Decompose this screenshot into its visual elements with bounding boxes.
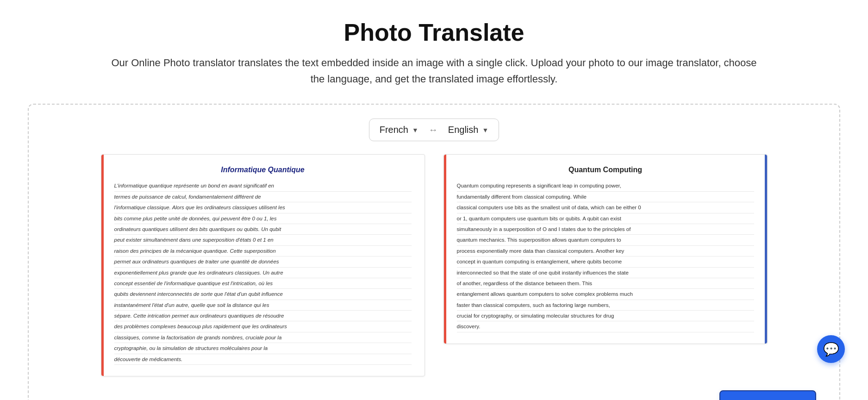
source-doc-line: instantanément l'état d'un autre, quelle… — [114, 300, 412, 311]
right-accent-bar — [765, 155, 767, 343]
source-doc-line: termes de puissance de calcul, fondament… — [114, 192, 412, 202]
translated-document-card: Quantum Computing Quantum computing repr… — [443, 154, 768, 344]
right-left-accent-bar — [444, 155, 446, 343]
source-language-label: French — [380, 125, 408, 135]
translated-doc-line: fundamentally different from classical c… — [457, 192, 754, 202]
source-doc-title: Informatique Quantique — [114, 166, 412, 174]
translated-doc-line: classical computers use bits as the smal… — [457, 202, 754, 213]
source-doc-lines: L'informatique quantique représente un b… — [114, 181, 412, 365]
page-subtitle: Our Online Photo translator translates t… — [110, 55, 758, 87]
language-selector: French ▼ ↔ English ▼ — [369, 119, 500, 141]
source-doc-line: sépare. Cette intrication permet aux ord… — [114, 311, 412, 321]
target-language-label: English — [448, 125, 479, 135]
translated-doc-line: concept in quantum computing is entangle… — [457, 256, 754, 267]
source-doc-line: cryptographie, ou la simulation de struc… — [114, 343, 412, 354]
source-doc-line: ordinateurs quantiques utilisent des bit… — [114, 224, 412, 235]
source-chevron-icon: ▼ — [412, 126, 418, 134]
translated-doc-line: simultaneously in a superposition of O a… — [457, 224, 754, 235]
source-doc-line: qubits deviennent interconnectés de sort… — [114, 289, 412, 300]
source-doc-line: raison des principes de la mécanique qua… — [114, 246, 412, 256]
language-swap-icon[interactable]: ↔ — [429, 125, 438, 135]
source-document-card: Informatique Quantique L'informatique qu… — [101, 154, 425, 376]
source-language-dropdown[interactable]: French ▼ — [378, 122, 420, 138]
source-doc-line: permet aux ordinateurs quantiques de tra… — [114, 256, 412, 267]
translated-doc-line: crucial for cryptography, or simulating … — [457, 311, 754, 321]
source-doc-line: concept essentiel de l'informatique quan… — [114, 278, 412, 289]
source-doc-line: l'informatique classique. Alors que les … — [114, 202, 412, 213]
source-doc-line: des problèmes complexes beaucoup plus ra… — [114, 321, 412, 332]
translated-doc-line: interconnected so that the state of one … — [457, 268, 754, 278]
translated-doc-line: or 1, quantum computers use quantum bits… — [457, 213, 754, 224]
source-doc-line: classiques, comme la factorisation de gr… — [114, 332, 412, 343]
bottom-actions: ↺ Start Again ⬇ Download — [47, 390, 821, 400]
target-chevron-icon: ▼ — [482, 126, 488, 134]
source-doc-line: bits comme plus petite unité de données,… — [114, 213, 412, 224]
language-selector-row: French ▼ ↔ English ▼ — [47, 119, 821, 141]
translated-doc-lines: Quantum computing represents a significa… — [457, 181, 754, 332]
download-button[interactable]: ⬇ Download — [719, 390, 816, 400]
chat-icon: 💬 — [823, 342, 839, 357]
translated-doc-line: process exponentially more data than cla… — [457, 246, 754, 256]
translated-doc-line: discovery. — [457, 321, 754, 332]
documents-row: Informatique Quantique L'informatique qu… — [47, 154, 821, 376]
translated-doc-title: Quantum Computing — [457, 166, 754, 174]
translated-doc-line: entanglement allows quantum computers to… — [457, 289, 754, 300]
translated-doc-line: Quantum computing represents a significa… — [457, 181, 754, 191]
source-doc-line: découverte de médicaments. — [114, 354, 412, 365]
source-doc-line: peut exister simultanément dans une supe… — [114, 235, 412, 245]
translated-doc-line: faster than classical computers, such as… — [457, 300, 754, 311]
chat-fab-button[interactable]: 💬 — [817, 335, 845, 363]
left-accent-bar — [101, 155, 104, 376]
source-doc-line: exponentiellement plus grande que les or… — [114, 268, 412, 278]
translated-doc-line: quantum mechanics. This superposition al… — [457, 235, 754, 245]
main-container: French ▼ ↔ English ▼ Informatique Quanti… — [28, 104, 840, 400]
target-language-dropdown[interactable]: English ▼ — [446, 122, 490, 138]
source-doc-line: L'informatique quantique représente un b… — [114, 181, 412, 191]
translated-doc-line: of another, regardless of the distance b… — [457, 278, 754, 289]
page-title: Photo Translate — [343, 19, 524, 46]
page-wrapper: Photo Translate Our Online Photo transla… — [0, 0, 868, 400]
